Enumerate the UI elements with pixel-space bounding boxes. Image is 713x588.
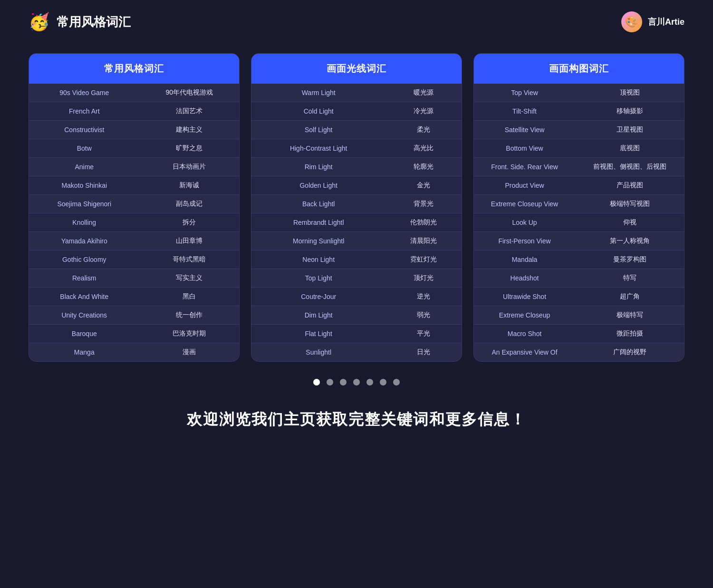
cell-english: Rim Light	[251, 158, 385, 176]
table-row: Black And White黑白	[29, 288, 239, 306]
cell-chinese: 弱光	[385, 306, 462, 325]
cell-chinese: 巴洛克时期	[140, 325, 239, 343]
cell-chinese: 移轴摄影	[575, 102, 684, 121]
cell-chinese: 底视图	[575, 139, 684, 158]
cell-english: Dim Light	[251, 306, 385, 325]
light-table: Warm Light暖光源Cold Light冷光源Solf Light柔光Hi…	[251, 84, 462, 361]
table-row: Warm Light暖光源	[251, 84, 462, 102]
cell-english: Macro Shot	[474, 325, 575, 343]
cell-chinese: 霓虹灯光	[385, 251, 462, 269]
cell-chinese: 统一创作	[140, 306, 239, 325]
light-table-header: 画面光线词汇	[251, 54, 462, 84]
table-row: Golden Light金光	[251, 176, 462, 195]
cell-chinese: 法国艺术	[140, 102, 239, 121]
cell-chinese: 山田章博	[140, 232, 239, 251]
table-row: Neon Light霓虹灯光	[251, 251, 462, 269]
cell-chinese: 曼茶罗构图	[575, 251, 684, 269]
header-right: 🎨 言川Artie	[621, 11, 684, 32]
cell-english: 90s Video Game	[29, 84, 140, 102]
cell-english: High-Contrast Light	[251, 139, 385, 158]
table-row: An Expansive View Of广阔的视野	[474, 343, 684, 362]
username: 言川Artie	[648, 16, 684, 28]
cell-chinese: 建构主义	[140, 121, 239, 139]
cell-english: Cold Light	[251, 102, 385, 121]
cell-chinese: 平光	[385, 325, 462, 343]
cell-english: French Art	[29, 102, 140, 121]
composition-table-header: 画面构图词汇	[474, 54, 684, 84]
pagination-dot[interactable]	[393, 379, 400, 386]
style-table-card: 常用风格词汇 90s Video Game90年代电视游戏French Art法…	[29, 53, 240, 362]
cell-chinese: 副岛成记	[140, 195, 239, 213]
main-content: 常用风格词汇 90s Video Game90年代电视游戏French Art法…	[0, 44, 713, 468]
cell-english: Headshot	[474, 269, 575, 288]
cell-english: Makoto Shinkai	[29, 176, 140, 195]
cell-english: Top View	[474, 84, 575, 102]
cell-chinese: 拆分	[140, 213, 239, 232]
table-row: Dim Light弱光	[251, 306, 462, 325]
table-row: Cold Light冷光源	[251, 102, 462, 121]
table-row: Rim Light轮廓光	[251, 158, 462, 176]
cell-english: Gothic Gloomy	[29, 251, 140, 269]
cell-chinese: 顶灯光	[385, 269, 462, 288]
cell-english: First-Person View	[474, 232, 575, 251]
header: 🥳 常用风格词汇 🎨 言川Artie	[0, 0, 713, 44]
cell-chinese: 前视图、侧视图、后视图	[575, 158, 684, 176]
cell-chinese: 日光	[385, 343, 462, 362]
table-row: Makoto Shinkai新海诚	[29, 176, 239, 195]
pagination-dot[interactable]	[380, 379, 386, 386]
table-row: French Art法国艺术	[29, 102, 239, 121]
cell-english: Mandala	[474, 251, 575, 269]
cell-chinese: 新海诚	[140, 176, 239, 195]
header-left: 🥳 常用风格词汇	[29, 12, 131, 32]
table-row: 90s Video Game90年代电视游戏	[29, 84, 239, 102]
cell-english: Flat Light	[251, 325, 385, 343]
table-row: Ultrawide Shot超广角	[474, 288, 684, 306]
table-row: Headshot特写	[474, 269, 684, 288]
table-row: Top Light顶灯光	[251, 269, 462, 288]
table-row: Solf Light柔光	[251, 121, 462, 139]
cell-english: Warm Light	[251, 84, 385, 102]
table-row: Bottom View底视图	[474, 139, 684, 158]
cell-english: Soejima Shigenori	[29, 195, 140, 213]
cell-english: Constructivist	[29, 121, 140, 139]
cell-chinese: 高光比	[385, 139, 462, 158]
pagination-dot[interactable]	[353, 379, 360, 386]
avatar-emoji: 🎨	[625, 16, 638, 28]
cell-english: Back Lightl	[251, 195, 385, 213]
table-row: Front. Side. Rear View前视图、侧视图、后视图	[474, 158, 684, 176]
table-row: Manga漫画	[29, 343, 239, 362]
table-row: Morning Sunlightl清晨阳光	[251, 232, 462, 251]
cell-english: Rembrandt Lightl	[251, 213, 385, 232]
logo-emoji: 🥳	[29, 12, 50, 32]
pagination	[29, 379, 684, 386]
cell-chinese: 特写	[575, 269, 684, 288]
cell-chinese: 微距拍摄	[575, 325, 684, 343]
pagination-dot[interactable]	[366, 379, 373, 386]
cell-english: Unity Creations	[29, 306, 140, 325]
cell-english: Knolling	[29, 213, 140, 232]
cell-english: Morning Sunlightl	[251, 232, 385, 251]
cell-english: Extreme Closeup View	[474, 195, 575, 213]
pagination-dot[interactable]	[327, 379, 333, 386]
cell-chinese: 写实主义	[140, 269, 239, 288]
cell-english: Satellite View	[474, 121, 575, 139]
cell-english: Neon Light	[251, 251, 385, 269]
style-table: 90s Video Game90年代电视游戏French Art法国艺术Cons…	[29, 84, 239, 361]
pagination-dot[interactable]	[313, 379, 320, 386]
cell-chinese: 顶视图	[575, 84, 684, 102]
style-table-header: 常用风格词汇	[29, 54, 239, 84]
cell-chinese: 日本动画片	[140, 158, 239, 176]
cell-english: Yamada Akihiro	[29, 232, 140, 251]
table-row: Gothic Gloomy哥特式黑暗	[29, 251, 239, 269]
table-row: Rembrandt Lightl伦勃朗光	[251, 213, 462, 232]
cell-chinese: 伦勃朗光	[385, 213, 462, 232]
table-row: Baroque巴洛克时期	[29, 325, 239, 343]
table-row: Realism写实主义	[29, 269, 239, 288]
composition-table: Top View顶视图Tilt-Shift移轴摄影Satellite View卫…	[474, 84, 684, 361]
table-row: Sunlightl日光	[251, 343, 462, 362]
cell-english: Realism	[29, 269, 140, 288]
pagination-dot[interactable]	[340, 379, 347, 386]
cell-chinese: 冷光源	[385, 102, 462, 121]
table-row: High-Contrast Light高光比	[251, 139, 462, 158]
cell-chinese: 暖光源	[385, 84, 462, 102]
